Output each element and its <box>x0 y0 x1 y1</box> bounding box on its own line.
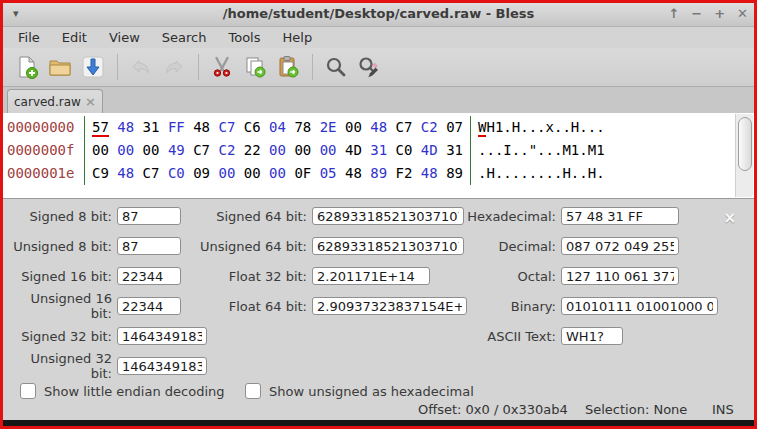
cut-button[interactable] <box>206 52 238 82</box>
scrollbar-thumb[interactable] <box>738 117 752 171</box>
hex-byte[interactable]: 31 <box>446 142 463 158</box>
copy-button[interactable] <box>239 52 271 82</box>
close-button[interactable]: ✕ <box>737 5 748 23</box>
save-button[interactable] <box>77 52 109 82</box>
hex-byte[interactable]: 48 <box>345 165 362 181</box>
hex-byte[interactable]: 0F <box>294 165 311 181</box>
menu-tools[interactable]: Tools <box>217 29 271 46</box>
hex-byte[interactable]: 22 <box>244 142 261 158</box>
hex-byte[interactable]: 4D <box>421 142 438 158</box>
checkbox-label: Show little endian decoding <box>44 384 225 399</box>
little-endian-checkbox[interactable] <box>20 383 36 399</box>
vertical-scrollbar[interactable] <box>735 114 753 197</box>
hex-byte[interactable]: 00 <box>92 142 109 158</box>
field-label: Hexadecimal: <box>437 209 561 224</box>
octal-input[interactable] <box>561 267 679 285</box>
float-32bit-input[interactable] <box>312 267 430 285</box>
hex-byte[interactable]: 00 <box>218 165 235 181</box>
hex-byte[interactable]: C0 <box>168 165 185 181</box>
hex-byte[interactable]: 00 <box>244 165 261 181</box>
hex-byte[interactable]: 31 <box>143 119 160 135</box>
undo-button[interactable] <box>125 52 157 82</box>
shade-button[interactable]: ↑ <box>668 5 679 23</box>
hex-byte[interactable]: 00 <box>269 142 286 158</box>
new-file-button[interactable] <box>11 52 43 82</box>
hex-byte[interactable]: 09 <box>193 165 210 181</box>
hex-byte[interactable]: 49 <box>168 142 185 158</box>
hex-byte[interactable]: 4D <box>345 142 362 158</box>
search-icon <box>324 55 348 79</box>
hex-byte[interactable]: 05 <box>320 165 337 181</box>
signed-8bit-input[interactable] <box>117 207 181 225</box>
hex-byte[interactable]: 89 <box>446 165 463 181</box>
hex-byte[interactable]: C7 <box>193 142 210 158</box>
hex-byte[interactable]: 57 <box>92 119 109 137</box>
signed-32bit-input[interactable] <box>117 327 207 345</box>
hex-byte[interactable]: 48 <box>117 165 134 181</box>
panel-close-icon[interactable]: × <box>723 209 736 227</box>
hex-bytes[interactable]: 00 00 00 49 C7 C2 22 00 00 00 4D 31 C0 4… <box>84 139 471 162</box>
signed-16bit-input[interactable] <box>117 267 181 285</box>
binary-input[interactable] <box>561 297 718 315</box>
hex-byte[interactable]: 00 <box>320 142 337 158</box>
unsigned-8bit-input[interactable] <box>117 237 181 255</box>
hex-byte[interactable]: C7 <box>218 119 235 135</box>
hex-ascii[interactable]: .H........H..H. <box>471 162 605 185</box>
hex-byte[interactable]: 78 <box>294 119 311 135</box>
hex-byte[interactable]: 00 <box>117 142 134 158</box>
hex-byte[interactable]: 04 <box>269 119 286 135</box>
hex-byte[interactable]: FF <box>168 119 185 135</box>
paste-button[interactable] <box>272 52 304 82</box>
hex-byte[interactable]: C9 <box>92 165 109 181</box>
menu-edit[interactable]: Edit <box>51 29 98 46</box>
hex-byte[interactable]: 31 <box>370 142 387 158</box>
title-bar[interactable]: ▾ /home/student/Desktop/carved.raw - Ble… <box>3 3 754 27</box>
hex-byte[interactable]: 00 <box>345 119 362 135</box>
toolbar <box>3 48 754 87</box>
tab-carved-raw[interactable]: carved.raw × <box>7 89 103 113</box>
hex-byte[interactable]: C0 <box>396 142 413 158</box>
minimize-button[interactable]: − <box>691 5 702 23</box>
hex-byte[interactable]: 48 <box>193 119 210 135</box>
hex-byte[interactable]: 89 <box>370 165 387 181</box>
hexadecimal-input[interactable] <box>561 207 679 225</box>
hex-byte[interactable]: 00 <box>269 165 286 181</box>
decimal-input[interactable] <box>561 237 679 255</box>
unsigned-hex-checkbox[interactable] <box>245 383 261 399</box>
find-button[interactable] <box>320 52 352 82</box>
menu-search[interactable]: Search <box>151 29 218 46</box>
hex-byte[interactable]: C7 <box>143 165 160 181</box>
menu-file[interactable]: File <box>7 29 51 46</box>
hex-bytes[interactable]: C9 48 C7 C0 09 00 00 00 0F 05 48 89 F2 4… <box>84 162 471 185</box>
hex-byte[interactable]: 00 <box>294 142 311 158</box>
hex-byte[interactable]: 48 <box>421 165 438 181</box>
hex-byte[interactable]: C7 <box>396 119 413 135</box>
hex-byte[interactable]: C6 <box>244 119 261 135</box>
hex-byte[interactable]: C2 <box>218 142 235 158</box>
hex-ascii[interactable]: ...I.."...M1.M1 <box>471 139 605 162</box>
conversion-panel: × Signed 8 bit: Unsigned 8 bit: Signed 1… <box>3 199 754 400</box>
hex-byte[interactable]: 2E <box>320 119 337 135</box>
tab-close-icon[interactable]: × <box>85 94 96 109</box>
hex-editor-area[interactable]: 0000000057 48 31 FF 48 C7 C6 04 78 2E 00… <box>3 113 754 199</box>
unsigned-32bit-input[interactable] <box>117 357 207 375</box>
hex-byte[interactable]: C2 <box>421 119 438 135</box>
field-label: Unsigned 64 bit: <box>188 239 312 254</box>
field-label: Decimal: <box>437 239 561 254</box>
hex-byte[interactable]: 07 <box>446 119 463 135</box>
find-replace-button[interactable] <box>353 52 385 82</box>
hex-byte[interactable]: 48 <box>117 119 134 135</box>
open-file-button[interactable] <box>44 52 76 82</box>
hex-byte[interactable]: 48 <box>370 119 387 135</box>
unsigned-16bit-input[interactable] <box>117 297 181 315</box>
menu-view[interactable]: View <box>98 29 151 46</box>
redo-button[interactable] <box>158 52 190 82</box>
maximize-button[interactable]: + <box>714 5 725 23</box>
hex-bytes[interactable]: 57 48 31 FF 48 C7 C6 04 78 2E 00 48 C7 C… <box>84 116 471 139</box>
hex-ascii[interactable]: WH1.H...x..H... <box>471 116 605 139</box>
ascii-text-input[interactable] <box>561 327 623 345</box>
menu-help[interactable]: Help <box>272 29 324 46</box>
hex-byte[interactable]: F2 <box>396 165 413 181</box>
hex-byte[interactable]: 00 <box>143 142 160 158</box>
hex-row: 0000001eC9 48 C7 C0 09 00 00 00 0F 05 48… <box>7 162 605 185</box>
